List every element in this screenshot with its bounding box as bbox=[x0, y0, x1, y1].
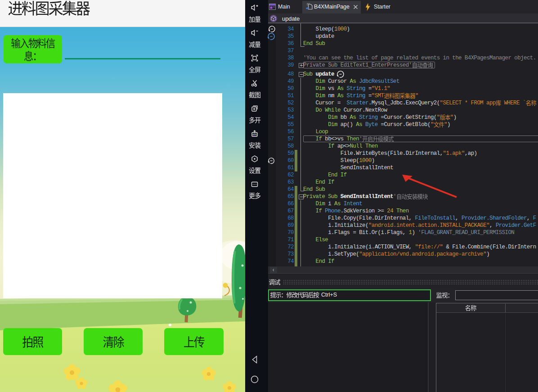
svg-text:APK: APK bbox=[252, 133, 257, 136]
